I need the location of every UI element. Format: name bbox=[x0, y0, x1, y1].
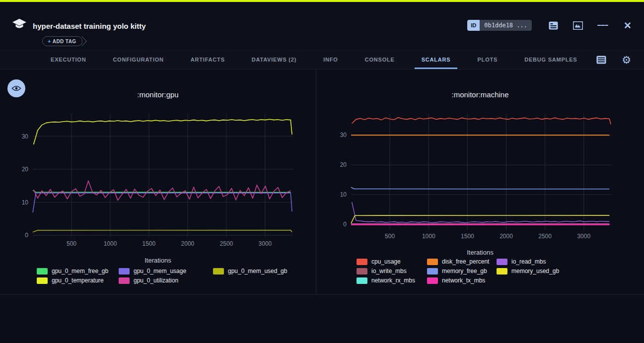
table-view-icon[interactable] bbox=[596, 55, 607, 65]
legend-label: memory_free_gb bbox=[442, 268, 487, 274]
gear-icon[interactable]: ⚙ bbox=[622, 55, 631, 65]
legend-item-gpu_0_mem_free_gb[interactable]: gpu_0_mem_free_gb bbox=[37, 268, 119, 274]
svg-text:1000: 1000 bbox=[422, 233, 435, 240]
svg-text:0: 0 bbox=[343, 221, 347, 228]
experiment-window: PUBLISHED hyper-dataset training yolo ki… bbox=[0, 0, 644, 343]
machine-legend: cpu_usagedisk_free_percentio_read_mbsio_… bbox=[357, 258, 581, 284]
svg-text:1500: 1500 bbox=[143, 240, 156, 247]
svg-text:20: 20 bbox=[340, 161, 347, 168]
legend-label: network_rx_mbs bbox=[371, 277, 415, 284]
menu-icon[interactable] bbox=[597, 20, 608, 30]
tab-configuration[interactable]: CONFIGURATION bbox=[106, 50, 170, 69]
header: hyper-dataset training yolo kitty +ADD T… bbox=[0, 2, 644, 50]
tab-dataviews-2[interactable]: DATAVIEWS (2) bbox=[245, 50, 303, 69]
svg-text:1000: 1000 bbox=[104, 240, 117, 247]
legend-label: gpu_0_mem_used_gb bbox=[228, 268, 287, 274]
legend-label: cpu_usage bbox=[371, 258, 401, 265]
close-icon[interactable]: ✕ bbox=[622, 20, 633, 30]
legend-swatch bbox=[497, 259, 507, 265]
legend-label: gpu_0_utilization bbox=[134, 277, 178, 284]
svg-text:20: 20 bbox=[22, 166, 29, 173]
svg-text:2500: 2500 bbox=[220, 240, 233, 247]
legend-swatch bbox=[497, 268, 507, 274]
tab-artifacts[interactable]: ARTIFACTS bbox=[184, 50, 232, 69]
legend-label: memory_used_gb bbox=[511, 268, 559, 274]
legend-swatch bbox=[37, 268, 48, 274]
tab-bar: EXECUTIONCONFIGURATIONARTIFACTSDATAVIEWS… bbox=[0, 50, 644, 69]
legend-swatch bbox=[357, 277, 367, 284]
legend-swatch bbox=[427, 268, 438, 274]
tab-execution[interactable]: EXECUTION bbox=[44, 50, 93, 69]
legend-swatch bbox=[427, 277, 438, 284]
legend-item-disk_free_percent[interactable]: disk_free_percent bbox=[427, 258, 497, 265]
legend-item-gpu_0_mem_used_gb[interactable]: gpu_0_mem_used_gb bbox=[213, 268, 312, 274]
id-value: 0b1dde18 ... bbox=[480, 20, 532, 31]
experiment-id-pill[interactable]: ID 0b1dde18 ... bbox=[467, 20, 532, 31]
legend-item-memory_used_gb[interactable]: memory_used_gb bbox=[497, 268, 581, 274]
machine-scalar-plot[interactable]: 010203050010001500200025003000 bbox=[331, 111, 616, 244]
machine-chart-panel: :monitor:machine 01020305001000150020002… bbox=[316, 70, 644, 294]
legend-label: gpu_0_mem_free_gb bbox=[52, 268, 108, 274]
svg-text:10: 10 bbox=[340, 191, 347, 198]
legend-swatch bbox=[357, 259, 367, 265]
image-preview-icon[interactable] bbox=[572, 20, 583, 30]
legend-label: gpu_0_mem_usage bbox=[134, 268, 186, 274]
header-actions: ID 0b1dde18 ... ✕ bbox=[467, 20, 633, 31]
svg-text:500: 500 bbox=[385, 233, 395, 240]
gpu-legend: gpu_0_mem_free_gbgpu_0_mem_usagegpu_0_me… bbox=[37, 268, 312, 284]
gpu-chart-title: :monitor:gpu bbox=[0, 90, 316, 99]
legend-item-gpu_0_utilization[interactable]: gpu_0_utilization bbox=[119, 277, 213, 284]
legend-label: gpu_0_temperature bbox=[52, 277, 104, 284]
add-tag-label: ADD TAG bbox=[53, 39, 76, 44]
legend-label: io_write_mbs bbox=[371, 268, 407, 274]
tab-plots[interactable]: PLOTS bbox=[470, 50, 504, 69]
svg-text:3000: 3000 bbox=[259, 240, 272, 247]
svg-text:30: 30 bbox=[340, 132, 347, 138]
svg-text:1500: 1500 bbox=[461, 233, 474, 240]
legend-item-network_tx_mbs[interactable]: network_tx_mbs bbox=[427, 277, 497, 284]
svg-text:3000: 3000 bbox=[577, 233, 590, 240]
eye-icon[interactable] bbox=[7, 79, 25, 97]
legend-label: network_tx_mbs bbox=[442, 277, 485, 284]
svg-text:0: 0 bbox=[25, 232, 28, 239]
tab-console[interactable]: CONSOLE bbox=[358, 50, 402, 69]
tab-debug-samples[interactable]: DEBUG SAMPLES bbox=[517, 50, 584, 69]
legend-swatch bbox=[119, 277, 130, 284]
tab-bar-actions: ⚙ bbox=[596, 50, 631, 69]
gpu-xaxis-title: Iterations bbox=[0, 257, 316, 264]
legend-item-network_rx_mbs[interactable]: network_rx_mbs bbox=[357, 277, 427, 284]
legend-item-io_read_mbs[interactable]: io_read_mbs bbox=[497, 258, 581, 265]
svg-text:500: 500 bbox=[67, 240, 76, 247]
machine-chart-title: :monitor:machine bbox=[316, 90, 644, 99]
tab-scalars[interactable]: SCALARS bbox=[415, 50, 458, 69]
legend-item-gpu_0_temperature[interactable]: gpu_0_temperature bbox=[37, 277, 119, 284]
legend-item-memory_free_gb[interactable]: memory_free_gb bbox=[427, 268, 497, 274]
legend-swatch bbox=[357, 268, 367, 274]
legend-swatch bbox=[37, 277, 48, 284]
legend-item-io_write_mbs[interactable]: io_write_mbs bbox=[357, 268, 427, 274]
tab-info[interactable]: INFO bbox=[316, 50, 345, 69]
plus-icon: + bbox=[48, 38, 51, 44]
legend-swatch bbox=[119, 268, 130, 274]
legend-swatch bbox=[213, 268, 224, 274]
legend-item-gpu_0_mem_usage[interactable]: gpu_0_mem_usage bbox=[119, 268, 213, 274]
gpu-scalar-plot[interactable]: 010203050010001500200025003000 bbox=[13, 111, 297, 251]
legend-label: disk_free_percent bbox=[442, 258, 489, 265]
id-label: ID bbox=[467, 20, 480, 31]
legend-swatch bbox=[427, 259, 438, 265]
tag-row: +ADD TAG bbox=[42, 36, 85, 46]
svg-text:2000: 2000 bbox=[181, 240, 195, 247]
machine-xaxis-title: Iterations bbox=[316, 249, 644, 256]
svg-text:30: 30 bbox=[22, 133, 29, 140]
gpu-chart-panel: :monitor:gpu 010203050010001500200025003… bbox=[0, 70, 316, 294]
page-title: hyper-dataset training yolo kitty bbox=[33, 22, 146, 30]
svg-text:10: 10 bbox=[22, 199, 29, 206]
legend-label: io_read_mbs bbox=[511, 258, 546, 265]
svg-text:2500: 2500 bbox=[538, 233, 552, 240]
scalars-content: :monitor:gpu 010203050010001500200025003… bbox=[0, 70, 644, 295]
details-icon[interactable] bbox=[548, 20, 559, 30]
tab-bar-tabs: EXECUTIONCONFIGURATIONARTIFACTSDATAVIEWS… bbox=[44, 50, 584, 69]
svg-text:2000: 2000 bbox=[500, 233, 513, 240]
mortarboard-icon bbox=[12, 18, 27, 33]
legend-item-cpu_usage[interactable]: cpu_usage bbox=[357, 258, 427, 265]
